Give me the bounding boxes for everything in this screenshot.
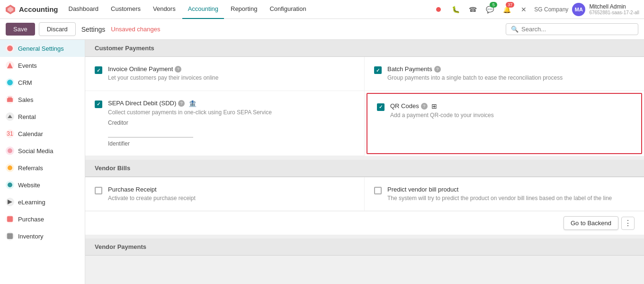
nav-reporting[interactable]: Reporting bbox=[225, 0, 263, 19]
help-icon[interactable]: ? bbox=[175, 66, 181, 73]
crm-icon bbox=[6, 78, 14, 87]
nav-right-actions: 🐛 ☎ 💬 5 🔔 37 ✕ SG Company MA Mitchell Ad… bbox=[432, 3, 639, 16]
setting-desc: The system will try to predict the produ… bbox=[387, 194, 612, 202]
general-settings-icon bbox=[6, 44, 14, 53]
sidebar-item-purchase[interactable]: Purchase bbox=[0, 211, 85, 228]
qr-icon: ⊞ bbox=[431, 102, 437, 110]
app-logo[interactable]: Accounting bbox=[5, 4, 58, 15]
invoice-online-payment-checkbox[interactable]: ✓ bbox=[95, 66, 102, 74]
sidebar-item-calendar[interactable]: 31 Calendar bbox=[0, 125, 85, 142]
svg-point-2 bbox=[7, 46, 13, 51]
batch-payments-checkbox[interactable]: ✓ bbox=[374, 66, 382, 74]
nav-dashboard[interactable]: Dashboard bbox=[63, 0, 105, 19]
phone-icon[interactable]: ☎ bbox=[466, 3, 479, 16]
svg-marker-3 bbox=[7, 63, 13, 68]
top-navigation: Accounting Dashboard Customers Vendors A… bbox=[0, 0, 644, 19]
main-layout: General Settings Events CRM Sales Rental bbox=[0, 40, 644, 284]
more-options-button[interactable]: ⋮ bbox=[621, 217, 635, 230]
predict-vendor-checkbox[interactable] bbox=[374, 187, 382, 194]
settings-icon[interactable]: ✕ bbox=[517, 3, 530, 16]
sales-icon bbox=[6, 95, 14, 104]
inventory-icon bbox=[6, 232, 14, 240]
sidebar-item-referrals[interactable]: Referrals bbox=[0, 159, 85, 176]
sidebar-label-elearning: eLearning bbox=[18, 199, 45, 206]
search-input[interactable] bbox=[521, 26, 633, 33]
sidebar-item-crm[interactable]: CRM bbox=[0, 74, 85, 91]
vendor-payments-header: Vendor Payments bbox=[85, 238, 644, 256]
settings-label: Settings bbox=[81, 26, 106, 33]
sidebar-item-rental[interactable]: Rental bbox=[0, 108, 85, 125]
sidebar-item-sales[interactable]: Sales bbox=[0, 91, 85, 108]
nav-customers[interactable]: Customers bbox=[105, 0, 146, 19]
search-icon: 🔍 bbox=[511, 26, 519, 33]
go-backend-area: Go to Backend ⋮ bbox=[85, 211, 644, 235]
setting-title: SEPA Direct Debit (SDD) ? 🏦 bbox=[108, 100, 272, 107]
svg-rect-11 bbox=[7, 216, 13, 222]
elearning-icon bbox=[6, 198, 14, 206]
go-to-backend-button[interactable]: Go to Backend bbox=[564, 216, 618, 230]
setting-desc: Group payments into a single batch to ea… bbox=[387, 74, 563, 82]
sidebar-label-referrals: Referrals bbox=[18, 165, 43, 172]
setting-desc: Activate to create purchase receipt bbox=[108, 194, 196, 202]
help-icon[interactable]: ? bbox=[178, 100, 185, 107]
svg-rect-4 bbox=[7, 80, 13, 85]
setting-content: Batch Payments ? Group payments into a s… bbox=[387, 65, 563, 82]
sidebar-item-general-settings[interactable]: General Settings bbox=[0, 40, 85, 57]
referrals-icon bbox=[6, 164, 14, 172]
nav-accounting[interactable]: Accounting bbox=[182, 0, 224, 19]
identifier-label: Identifier bbox=[108, 140, 272, 147]
bug-icon[interactable]: 🐛 bbox=[449, 3, 462, 16]
setting-title: Batch Payments ? bbox=[387, 65, 563, 73]
unsaved-changes: Unsaved changes bbox=[111, 26, 160, 33]
svg-point-9 bbox=[8, 183, 12, 187]
customer-payments-grid: ✓ Invoice Online Payment ? Let your cust… bbox=[85, 57, 644, 156]
bank-icon: 🏦 bbox=[188, 100, 197, 107]
sidebar-item-elearning[interactable]: eLearning bbox=[0, 193, 85, 211]
user-info: Mitchell Admin 67652881-saas-17-2-all bbox=[589, 3, 639, 15]
social-media-icon bbox=[6, 147, 14, 155]
qr-codes-checkbox[interactable]: ✓ bbox=[377, 103, 385, 111]
sidebar-item-social-media[interactable]: Social Media bbox=[0, 142, 85, 159]
sidebar-item-website[interactable]: Website bbox=[0, 176, 85, 193]
sidebar-item-events[interactable]: Events bbox=[0, 57, 85, 74]
setting-predict-vendor: Predict vendor bill product The system w… bbox=[365, 177, 644, 211]
sepa-checkbox[interactable]: ✓ bbox=[95, 101, 102, 108]
nav-vendors[interactable]: Vendors bbox=[147, 0, 181, 19]
record-icon[interactable] bbox=[432, 3, 445, 16]
help-icon[interactable]: ? bbox=[434, 66, 441, 73]
app-name: Accounting bbox=[19, 5, 58, 13]
setting-desc: Let your customers pay their invoices on… bbox=[108, 74, 218, 82]
sidebar-label-social-media: Social Media bbox=[18, 147, 53, 155]
purchase-receipt-checkbox[interactable] bbox=[95, 187, 102, 194]
setting-title: QR Codes ? ⊞ bbox=[390, 102, 494, 110]
setting-desc: Collect customer payments in one-click u… bbox=[108, 109, 272, 117]
svg-point-8 bbox=[8, 165, 12, 170]
chat-icon[interactable]: 💬 5 bbox=[483, 3, 496, 16]
discard-button[interactable]: Discard bbox=[39, 22, 76, 36]
setting-qr-codes: ✓ QR Codes ? ⊞ Add a payment QR-code to … bbox=[367, 93, 642, 154]
content-area: Customer Payments ✓ Invoice Online Payme… bbox=[85, 40, 644, 284]
sidebar-label-purchase: Purchase bbox=[18, 216, 44, 223]
setting-title: Invoice Online Payment ? bbox=[108, 65, 218, 73]
company-info: SG Company bbox=[534, 6, 568, 13]
nav-configuration[interactable]: Configuration bbox=[264, 0, 312, 19]
activity-icon[interactable]: 🔔 37 bbox=[500, 3, 513, 16]
user-name: Mitchell Admin bbox=[589, 3, 639, 10]
user-sub: 67652881-saas-17-2-all bbox=[589, 10, 639, 15]
vendor-bills-header: Vendor Bills bbox=[85, 160, 644, 177]
action-bar: Save Discard Settings Unsaved changes 🔍 bbox=[0, 19, 644, 40]
setting-content: Invoice Online Payment ? Let your custom… bbox=[108, 65, 218, 82]
sidebar-item-inventory[interactable]: Inventory bbox=[0, 228, 85, 245]
help-icon[interactable]: ? bbox=[421, 103, 428, 110]
vendor-bills-grid: Purchase Receipt Activate to create purc… bbox=[85, 177, 644, 211]
setting-content: SEPA Direct Debit (SDD) ? 🏦 Collect cust… bbox=[108, 100, 272, 147]
sidebar-label-sales: Sales bbox=[18, 96, 34, 103]
creditor-field[interactable] bbox=[108, 128, 193, 137]
setting-purchase-receipt: Purchase Receipt Activate to create purc… bbox=[85, 177, 365, 211]
svg-rect-12 bbox=[7, 233, 13, 239]
save-button[interactable]: Save bbox=[6, 23, 35, 36]
customer-payments-header: Customer Payments bbox=[85, 40, 644, 57]
search-bar[interactable]: 🔍 bbox=[506, 23, 638, 35]
setting-content: Predict vendor bill product The system w… bbox=[387, 186, 612, 202]
purchase-icon bbox=[6, 215, 14, 223]
